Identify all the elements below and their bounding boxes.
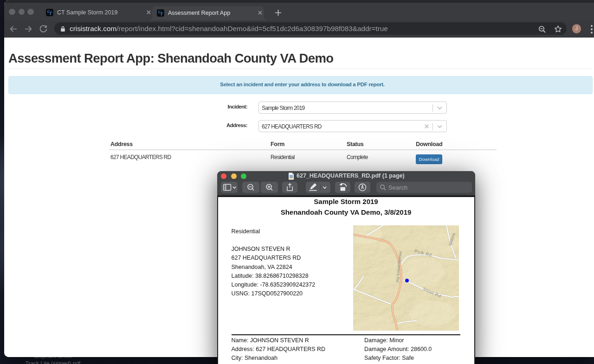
svg-text:T: T [160, 11, 163, 16]
svg-text:T: T [49, 11, 52, 16]
